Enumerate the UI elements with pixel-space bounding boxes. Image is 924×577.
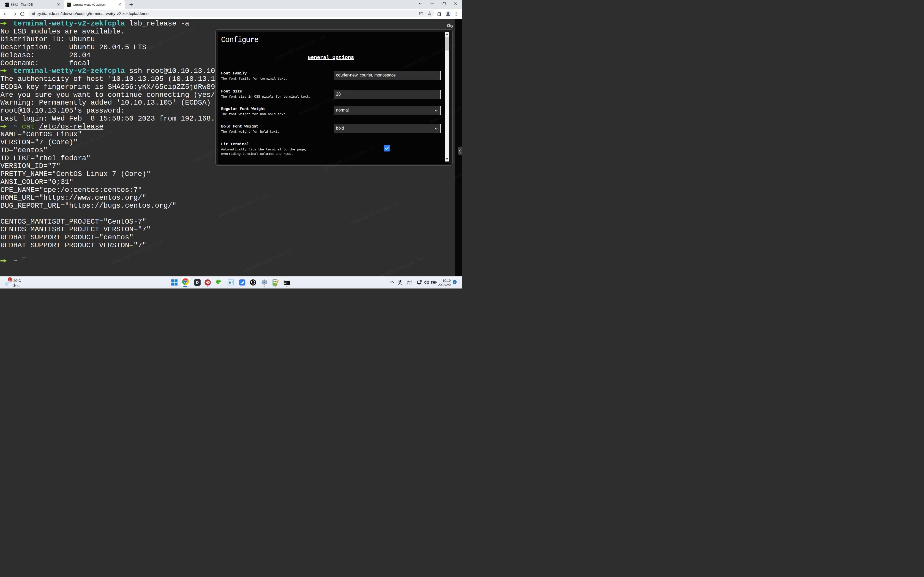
svg-text:C:\_: C:\_	[284, 281, 288, 283]
svg-text:1: 1	[9, 278, 11, 281]
